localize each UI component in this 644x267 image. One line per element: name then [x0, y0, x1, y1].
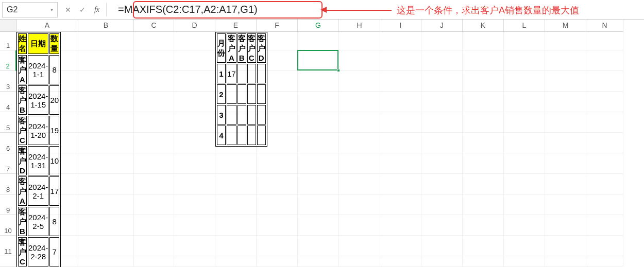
left-table-cell[interactable]: 客户A — [18, 176, 27, 206]
left-table-cell[interactable]: 客户C — [18, 237, 27, 266]
row-header-11[interactable]: 11 — [0, 236, 16, 256]
row-header-2[interactable]: 2 — [0, 50, 16, 71]
right-table-cell[interactable]: 17 — [227, 64, 236, 83]
right-table-cell[interactable] — [257, 105, 266, 124]
row-header-1[interactable]: 1 — [0, 32, 16, 50]
right-table-header[interactable]: 客户D — [257, 33, 266, 63]
column-header-K[interactable]: K — [463, 20, 504, 31]
right-table-cell[interactable]: 2 — [217, 84, 226, 104]
formula-text: =MAXIFS(C2:C17,A2:A17,G1) — [118, 4, 258, 15]
left-table-header[interactable]: 姓名 — [18, 33, 27, 54]
right-data-table: 月份客户A客户B客户C客户D117234 — [215, 32, 267, 147]
right-table-header[interactable]: 客户C — [247, 33, 256, 63]
column-header-J[interactable]: J — [421, 20, 463, 31]
left-table-cell[interactable]: 8 — [49, 207, 59, 236]
right-table-cell[interactable]: 3 — [217, 105, 226, 124]
row-header-10[interactable]: 10 — [0, 215, 16, 236]
fx-controls: ✕ ✓ fx — [62, 2, 103, 17]
left-table-cell[interactable]: 2024-1-31 — [28, 146, 48, 175]
right-table-header[interactable]: 月份 — [217, 33, 226, 63]
left-table-cell[interactable]: 2024-2-28 — [28, 237, 48, 266]
right-table-cell[interactable]: 1 — [217, 64, 226, 83]
right-table-cell[interactable] — [227, 105, 236, 124]
row-header-4[interactable]: 4 — [0, 92, 16, 112]
right-table-header[interactable]: 客户B — [238, 33, 246, 63]
row-header-3[interactable]: 3 — [0, 71, 16, 92]
name-box-dropdown-icon[interactable]: ▾ — [50, 7, 53, 12]
left-table-cell[interactable]: 10 — [49, 146, 59, 175]
fx-icon[interactable]: fx — [91, 4, 103, 16]
annotation-arrow-line — [325, 10, 392, 11]
column-header-M[interactable]: M — [545, 20, 586, 31]
left-table-header[interactable]: 数量 — [49, 33, 59, 54]
left-table-cell[interactable]: 客户B — [18, 85, 27, 115]
select-all-corner[interactable] — [0, 20, 16, 32]
divider — [106, 3, 107, 16]
row-headers: 1234567891011 — [0, 32, 16, 266]
left-table-cell[interactable]: 2024-2-1 — [28, 176, 48, 206]
column-header-G[interactable]: G — [298, 20, 339, 31]
right-table-cell[interactable] — [238, 64, 246, 83]
right-table-cell[interactable] — [227, 126, 236, 145]
right-table-cell[interactable] — [257, 64, 266, 83]
annotation-text: 这是一个条件，求出客户A销售数量的最大值 — [397, 4, 579, 16]
right-table-cell[interactable]: 4 — [217, 126, 226, 145]
left-table-cell[interactable]: 客户D — [18, 146, 27, 175]
left-table-header[interactable]: 日期 — [28, 33, 48, 54]
cancel-icon[interactable]: ✕ — [62, 4, 74, 16]
left-table-cell[interactable]: 8 — [49, 55, 59, 84]
left-table-cell[interactable]: 2024-2-5 — [28, 207, 48, 236]
right-table-cell[interactable] — [238, 84, 246, 104]
annotation-arrow-head-icon — [320, 7, 327, 13]
right-table-cell[interactable] — [238, 126, 246, 145]
right-table-cell[interactable] — [257, 84, 266, 104]
name-box-value: G2 — [7, 5, 18, 14]
column-header-L[interactable]: L — [504, 20, 545, 31]
right-table-cell[interactable] — [227, 84, 236, 104]
left-table-cell[interactable]: 客户C — [18, 116, 27, 145]
row-header-5[interactable]: 5 — [0, 112, 16, 133]
column-header-E[interactable]: E — [215, 20, 257, 31]
column-header-N[interactable]: N — [586, 20, 623, 31]
right-table-cell[interactable] — [238, 105, 246, 124]
row-header-8[interactable]: 8 — [0, 174, 16, 194]
formula-bar: G2 ▾ ✕ ✓ fx =MAXIFS(C2:C17,A2:A17,G1) 这是… — [0, 0, 644, 20]
left-table-cell[interactable]: 19 — [49, 116, 59, 145]
spreadsheet-grid: ABCDEFGHIJKLMN 1234567891011 姓名日期数量客户A20… — [0, 20, 644, 266]
fill-handle[interactable] — [337, 69, 340, 72]
formula-input[interactable]: =MAXIFS(C2:C17,A2:A17,G1) — [113, 2, 298, 17]
right-table-header[interactable]: 客户A — [227, 33, 236, 63]
left-table-cell[interactable]: 17 — [49, 176, 59, 206]
left-table-cell[interactable]: 7 — [49, 237, 59, 266]
column-header-F[interactable]: F — [257, 20, 298, 31]
left-data-table: 姓名日期数量客户A2024-1-18客户B2024-1-1520客户C2024-… — [16, 32, 61, 267]
right-table-cell[interactable] — [247, 105, 256, 124]
left-table-cell[interactable]: 20 — [49, 85, 59, 115]
row-header-6[interactable]: 6 — [0, 133, 16, 153]
left-table-cell[interactable]: 客户A — [18, 55, 27, 84]
left-table-cell[interactable]: 客户B — [18, 207, 27, 236]
right-table-cell[interactable] — [247, 126, 256, 145]
confirm-icon[interactable]: ✓ — [76, 4, 89, 16]
right-table-cell[interactable] — [247, 64, 256, 83]
right-table-cell[interactable] — [247, 84, 256, 104]
column-headers: ABCDEFGHIJKLMN — [16, 20, 623, 32]
column-header-D[interactable]: D — [174, 20, 215, 31]
column-header-H[interactable]: H — [339, 20, 380, 31]
row-header-9[interactable]: 9 — [0, 194, 16, 215]
column-header-A[interactable]: A — [16, 20, 78, 31]
left-table-cell[interactable]: 2024-1-20 — [28, 116, 48, 145]
column-header-B[interactable]: B — [78, 20, 134, 31]
left-table-cell[interactable]: 2024-1-1 — [28, 55, 48, 84]
left-table-cell[interactable]: 2024-1-15 — [28, 85, 48, 115]
row-header-7[interactable]: 7 — [0, 153, 16, 174]
name-box[interactable]: G2 ▾ — [2, 2, 58, 17]
column-header-I[interactable]: I — [380, 20, 421, 31]
column-header-C[interactable]: C — [134, 20, 174, 31]
right-table-cell[interactable] — [257, 126, 266, 145]
